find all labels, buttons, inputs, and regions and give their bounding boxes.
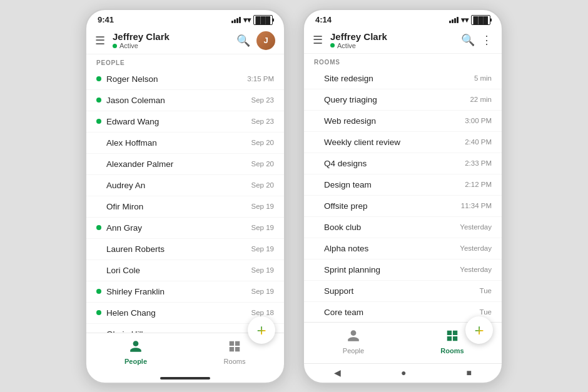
room-name: Book club [324, 223, 460, 232]
active-dot [96, 76, 101, 81]
left-header-title: Jeffrey Clark [113, 31, 231, 42]
right-search-icon[interactable]: 🔍 [461, 33, 475, 47]
person-name: Helen Chang [106, 308, 251, 318]
right-header: ☰ Jeffrey Clark Active 🔍 ⋮ [304, 28, 502, 54]
left-fab[interactable]: + [248, 316, 275, 344]
room-name: Weekly client review [324, 138, 465, 147]
list-item[interactable]: Book club Yesterday [304, 217, 502, 238]
battery-icon: ███ [253, 15, 273, 25]
left-nav-people[interactable]: People [86, 337, 185, 368]
left-title-area: Jeffrey Clark Active [113, 31, 231, 49]
room-time: 3:00 PM [465, 117, 492, 124]
right-status-dot [330, 43, 335, 48]
right-wifi-icon: ▾▾ [461, 16, 469, 24]
list-item[interactable]: Web redesign 3:00 PM [304, 111, 502, 132]
list-item[interactable]: Ofir Miron Sep 19 [86, 196, 284, 218]
room-time: Yesterday [460, 266, 492, 273]
person-time: Sep 18 [251, 309, 274, 316]
left-avatar[interactable]: J [256, 31, 275, 50]
list-item[interactable]: Query triaging 22 min [304, 89, 502, 111]
person-time: Sep 19 [251, 288, 274, 295]
room-time: 2:40 PM [465, 138, 492, 146]
right-fab-plus-icon: + [474, 322, 484, 338]
active-dot [96, 225, 101, 230]
room-name: Alpha notes [324, 244, 460, 253]
list-item[interactable]: Ann Gray Sep 19 [86, 218, 284, 239]
person-name: Ofir Miron [106, 202, 251, 211]
list-item[interactable]: Lauren Roberts Sep 19 [86, 239, 284, 260]
right-more-icon[interactable]: ⋮ [481, 33, 493, 47]
list-item[interactable]: Design team 2:12 PM [304, 174, 502, 196]
right-nav-people[interactable]: People [304, 326, 403, 357]
right-status-icons: ▾▾ ███ [449, 15, 490, 25]
person-time: Sep 19 [251, 224, 274, 231]
active-dot [96, 119, 101, 124]
room-name: Design team [324, 180, 465, 189]
person-name: Ann Gray [106, 223, 251, 233]
right-battery-icon: ███ [471, 15, 490, 25]
list-item[interactable]: Q4 designs 2:33 PM [304, 153, 502, 174]
person-name: Lauren Roberts [106, 244, 251, 254]
left-home-bar [160, 377, 210, 379]
person-name: Alexander Palmer [106, 159, 251, 169]
wifi-icon: ▾▾ [243, 16, 251, 24]
list-item[interactable]: Weekly client review 2:40 PM [304, 132, 502, 153]
list-item[interactable]: Offsite prep 11:34 PM [304, 196, 502, 217]
left-time: 9:41 [98, 15, 114, 24]
room-time: Yesterday [460, 223, 492, 231]
right-menu-icon[interactable]: ☰ [310, 32, 325, 48]
room-name: Site redesign [324, 74, 474, 83]
left-people-icon [129, 339, 143, 356]
right-title-area: Jeffrey Clark Active [330, 31, 456, 49]
left-menu-icon[interactable]: ☰ [93, 33, 108, 49]
signal-icon [231, 17, 241, 23]
list-item[interactable]: Shirley Franklin Sep 19 [86, 281, 284, 303]
list-item[interactable]: Lori Cole Sep 19 [86, 260, 284, 281]
active-dot [96, 310, 101, 315]
room-name: Support [324, 286, 480, 296]
right-header-status: Active [330, 42, 456, 49]
left-status-dot [113, 44, 117, 48]
list-item[interactable]: Edward Wang Sep 23 [86, 111, 284, 133]
person-time: Sep 20 [251, 181, 274, 189]
right-back-button[interactable]: ◀ [334, 368, 341, 378]
right-nav-rooms-label: Rooms [440, 347, 464, 354]
person-name: Edward Wang [106, 117, 251, 126]
right-home-button[interactable]: ● [401, 368, 406, 378]
room-time: Tue [480, 287, 492, 294]
room-time: 2:12 PM [465, 181, 492, 188]
right-rooms-list: Site redesign 5 min Query triaging 22 mi… [304, 68, 502, 322]
right-time: 4:14 [315, 15, 332, 24]
right-phone: 4:14 ▾▾ ███ ☰ Jeffrey Clark [303, 9, 503, 384]
room-time: 22 min [470, 96, 492, 103]
list-item[interactable]: Jason Coleman Sep 23 [86, 90, 284, 111]
right-rooms-icon [445, 329, 459, 346]
person-time: Sep 20 [251, 160, 274, 168]
list-item[interactable]: Support Tue [304, 281, 502, 302]
left-search-icon[interactable]: 🔍 [236, 34, 250, 48]
right-header-title: Jeffrey Clark [330, 31, 456, 42]
right-android-nav: ◀ ● ■ [304, 363, 502, 383]
right-recent-button[interactable]: ■ [467, 368, 472, 378]
right-signal-icon [449, 17, 459, 23]
room-name: Q4 designs [324, 159, 465, 168]
person-name: Lori Cole [106, 266, 251, 275]
right-status-bar: 4:14 ▾▾ ███ [304, 10, 502, 28]
left-header: ☰ Jeffrey Clark Active 🔍 J [86, 28, 284, 54]
list-item[interactable]: Alpha notes Yesterday [304, 238, 502, 259]
list-item[interactable]: Site redesign 5 min [304, 68, 502, 89]
room-name: Sprint planning [324, 265, 460, 274]
right-fab[interactable]: + [465, 316, 493, 344]
list-item[interactable]: Alex Hoffman Sep 20 [86, 133, 284, 154]
room-name: Web redesign [324, 116, 465, 126]
person-name: Roger Nelson [106, 74, 247, 84]
person-time: Sep 19 [251, 266, 274, 274]
list-item[interactable]: Sprint planning Yesterday [304, 259, 502, 281]
list-item[interactable]: Audrey An Sep 20 [86, 175, 284, 196]
list-item[interactable]: Roger Nelson 3:15 PM [86, 69, 284, 90]
person-time: Sep 23 [251, 96, 274, 104]
left-nav-rooms-label: Rooms [224, 358, 246, 365]
room-time: 5 min [474, 74, 492, 82]
list-item[interactable]: Alexander Palmer Sep 20 [86, 154, 284, 175]
left-header-actions: 🔍 J [236, 31, 275, 50]
